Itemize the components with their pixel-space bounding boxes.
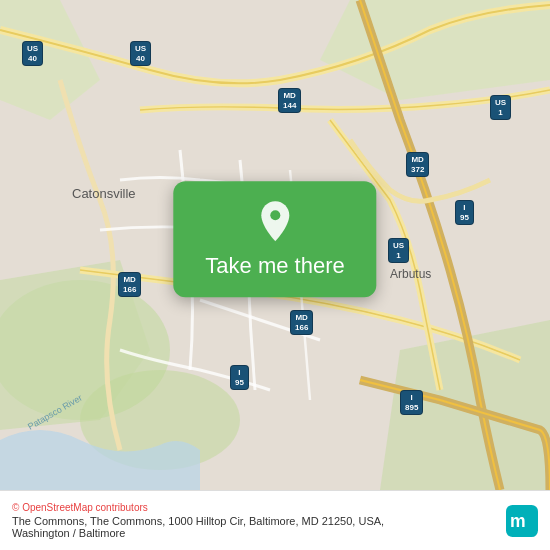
road-badge-us40: US US 40 40 bbox=[22, 41, 43, 66]
take-me-there-overlay[interactable]: Take me there bbox=[173, 181, 376, 297]
svg-text:Catonsville: Catonsville bbox=[72, 186, 136, 201]
footer-left: © OpenStreetMap contributors The Commons… bbox=[12, 502, 442, 539]
footer: © OpenStreetMap contributors The Commons… bbox=[0, 490, 550, 550]
osm-credit: © OpenStreetMap contributors bbox=[12, 502, 442, 513]
moovit-logo: m bbox=[506, 505, 538, 537]
map-container: Catonsville Arbutus Patapsco River US US… bbox=[0, 0, 550, 490]
road-badge-i95-top: I 95 bbox=[455, 200, 474, 225]
svg-text:m: m bbox=[510, 511, 526, 531]
svg-text:Arbutus: Arbutus bbox=[390, 267, 431, 281]
road-badge-us1-mid: US 1 bbox=[388, 238, 409, 263]
road-badge-i895: I 895 bbox=[400, 390, 423, 415]
road-badge-md166-left: MD 166 bbox=[118, 272, 141, 297]
road-badge-us40-2: US 40 bbox=[130, 41, 151, 66]
take-me-there-button[interactable]: Take me there bbox=[205, 253, 344, 279]
moovit-logo-svg: m bbox=[506, 505, 538, 537]
road-badge-md144: MD 144 bbox=[278, 88, 301, 113]
road-badge-i95-bottom: I 95 bbox=[230, 365, 249, 390]
location-pin-icon bbox=[257, 199, 293, 243]
address-text: The Commons, The Commons, 1000 Hilltop C… bbox=[12, 515, 442, 539]
road-badge-md372: MD 372 bbox=[406, 152, 429, 177]
svg-point-10 bbox=[270, 210, 280, 220]
road-badge-us1-top: US 1 bbox=[490, 95, 511, 120]
road-badge-md166-right: MD 166 bbox=[290, 310, 313, 335]
